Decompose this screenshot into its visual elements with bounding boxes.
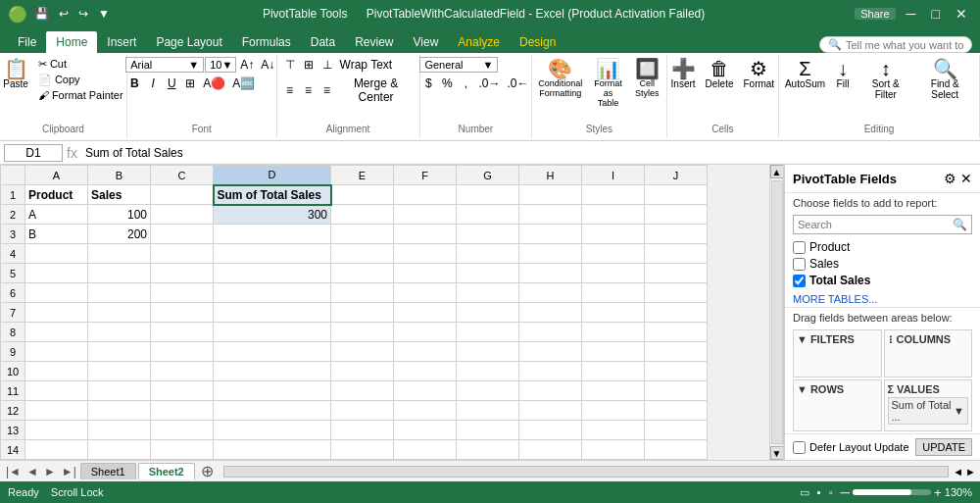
sheet-nav-next[interactable]: ► [42, 465, 58, 478]
share-button[interactable]: Share [855, 8, 895, 20]
pivot-area-filters[interactable]: ▼ FILTERS [793, 329, 882, 377]
fill-btn[interactable]: ↓ Fill [829, 57, 857, 91]
tab-data[interactable]: Data [301, 31, 345, 53]
align-right-btn[interactable]: ≡ [318, 82, 336, 98]
view-page-layout-btn[interactable]: ▪ [817, 486, 821, 498]
cell-h1[interactable] [519, 185, 582, 205]
pivot-close-btn[interactable]: ✕ [960, 171, 972, 186]
col-header-c[interactable]: C [151, 166, 214, 185]
number-format-box[interactable]: General ▼ [419, 57, 498, 73]
dec-increase-btn[interactable]: .0→ [475, 75, 503, 91]
customize-qa-btn[interactable]: ▼ [95, 6, 113, 22]
pivot-field-sales-checkbox[interactable] [793, 258, 806, 271]
col-header-j[interactable]: J [645, 166, 708, 185]
pivot-area-columns[interactable]: ⫶ COLUMNS [884, 329, 973, 377]
currency-btn[interactable]: $ [419, 75, 437, 91]
col-header-a[interactable]: A [25, 166, 88, 185]
row-header-1[interactable]: 1 [1, 185, 25, 205]
conditional-formatting-btn[interactable]: 🎨 ConditionalFormatting [536, 57, 584, 100]
cell-f2[interactable] [394, 205, 457, 225]
pivot-area-values[interactable]: Σ VALUES Sum of Total ... ▼ [884, 379, 973, 432]
cell-g3[interactable] [457, 225, 519, 244]
col-header-i[interactable]: I [582, 166, 645, 185]
delete-btn[interactable]: 🗑 Delete [702, 57, 738, 91]
row-header-3[interactable]: 3 [1, 225, 25, 244]
cell-c2[interactable] [151, 205, 214, 225]
percent-btn[interactable]: % [438, 75, 456, 91]
cell-j1[interactable] [645, 185, 708, 205]
cell-i1[interactable] [582, 185, 645, 205]
col-header-d[interactable]: D [214, 166, 331, 185]
align-middle-btn[interactable]: ⊞ [300, 57, 318, 73]
zoom-slider[interactable] [853, 489, 931, 495]
cell-d3[interactable] [214, 225, 331, 244]
tab-insert[interactable]: Insert [97, 31, 146, 53]
redo-qa-btn[interactable]: ↪ [75, 6, 91, 22]
cell-reference-input[interactable] [4, 144, 63, 162]
cell-e3[interactable] [331, 225, 394, 244]
font-color-button[interactable]: A🔤 [229, 75, 258, 91]
formula-input[interactable] [81, 146, 976, 160]
align-bottom-btn[interactable]: ⊥ [318, 57, 336, 73]
cell-h2[interactable] [519, 205, 582, 225]
horizontal-scrollbar[interactable] [223, 466, 949, 478]
scroll-right-btn[interactable]: ► [965, 466, 976, 478]
cell-a3[interactable]: B [25, 225, 88, 244]
pivot-settings-btn[interactable]: ⚙ [944, 171, 956, 186]
cell-f3[interactable] [394, 225, 457, 244]
tell-me-box[interactable]: 🔍 [819, 36, 972, 53]
vertical-scrollbar[interactable]: ▲ ▼ [769, 165, 783, 460]
pivot-value-item[interactable]: Sum of Total ... ▼ [888, 397, 969, 425]
italic-button[interactable]: I [144, 75, 162, 91]
view-page-break-btn[interactable]: ▫ [829, 486, 833, 498]
merge-center-btn[interactable]: Merge & Center [337, 75, 416, 105]
tab-file[interactable]: File [8, 31, 46, 53]
font-size-box[interactable]: 10 ▼ [205, 57, 236, 73]
scroll-up-btn[interactable]: ▲ [770, 165, 784, 178]
find-select-btn[interactable]: 🔍 Find & Select [914, 57, 975, 102]
wrap-text-btn[interactable]: Wrap Text [337, 57, 396, 73]
scroll-track[interactable] [771, 180, 783, 444]
cell-a1[interactable]: Product [25, 185, 88, 205]
increase-font-btn[interactable]: A↑ [237, 57, 257, 73]
col-header-h[interactable]: H [519, 166, 582, 185]
tab-review[interactable]: Review [345, 31, 403, 53]
sort-filter-btn[interactable]: ↕ Sort & Filter [858, 57, 912, 102]
sheet-nav-first[interactable]: |◄ [4, 465, 23, 478]
format-btn[interactable]: ⚙ Format [739, 57, 778, 91]
cell-e1[interactable] [331, 185, 394, 205]
font-name-box[interactable]: Arial ▼ [125, 57, 204, 73]
cell-b2[interactable]: 100 [88, 205, 151, 225]
undo-qa-btn[interactable]: ↩ [56, 6, 72, 22]
format-as-table-btn[interactable]: 📊 Format asTable [586, 57, 630, 110]
zoom-in-btn[interactable]: + [934, 485, 942, 500]
align-left-btn[interactable]: ≡ [281, 82, 299, 98]
tab-page-layout[interactable]: Page Layout [146, 31, 231, 53]
defer-checkbox[interactable] [793, 441, 806, 454]
cell-g2[interactable] [457, 205, 519, 225]
cell-j3[interactable] [645, 225, 708, 244]
pivot-area-rows[interactable]: ▼ ROWS [793, 379, 882, 432]
cell-c1[interactable] [151, 185, 214, 205]
tab-design[interactable]: Design [510, 31, 565, 53]
maximize-button[interactable]: □ [927, 6, 945, 22]
row-header-2[interactable]: 2 [1, 205, 25, 225]
sheet-tab-sheet1[interactable]: Sheet1 [80, 463, 136, 479]
bold-button[interactable]: B [125, 75, 143, 91]
minimize-button[interactable]: ─ [902, 6, 921, 22]
border-button[interactable]: ⊞ [181, 75, 199, 91]
cell-j2[interactable] [645, 205, 708, 225]
cell-a2[interactable]: A [25, 205, 88, 225]
insert-btn[interactable]: ➕ Insert [667, 57, 700, 91]
scroll-left-btn[interactable]: ◄ [953, 466, 963, 478]
align-center-btn[interactable]: ≡ [300, 82, 318, 98]
cell-i3[interactable] [582, 225, 645, 244]
tab-view[interactable]: View [404, 31, 449, 53]
decrease-font-btn[interactable]: A↓ [258, 57, 277, 73]
autosum-btn[interactable]: Σ AutoSum [783, 57, 827, 91]
cell-b3[interactable]: 200 [88, 225, 151, 244]
view-normal-btn[interactable]: ▭ [800, 486, 809, 499]
format-painter-button[interactable]: 🖌 Format Painter [34, 88, 127, 102]
col-header-f[interactable]: F [394, 166, 457, 185]
close-button[interactable]: ✕ [951, 6, 972, 22]
